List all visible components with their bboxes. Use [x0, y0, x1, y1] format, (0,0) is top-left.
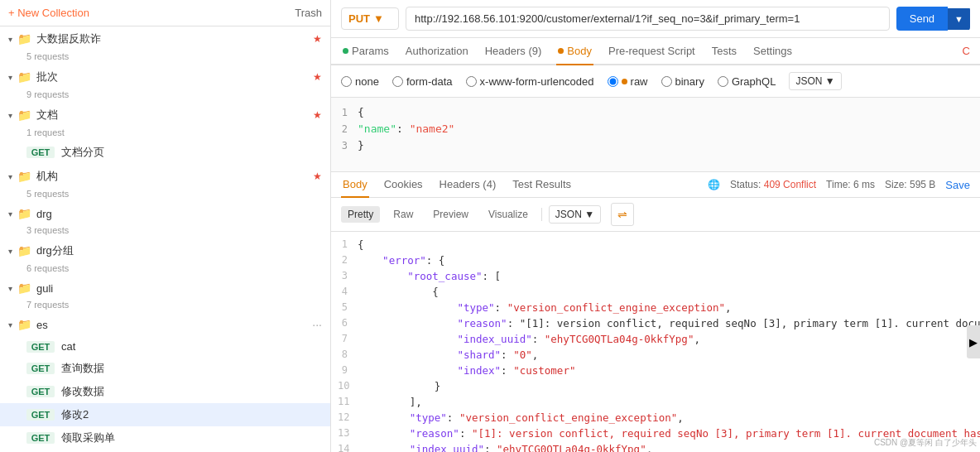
collection-group: ▾ 📁 guli 7 requests — [0, 276, 330, 313]
res-line-number: 7 — [331, 331, 358, 347]
collection-header[interactable]: ▾ 📁 drg分组 — [0, 238, 330, 263]
fmt-raw-button[interactable]: Raw — [387, 206, 420, 223]
trash-button[interactable]: Trash — [295, 7, 322, 19]
response-format-bar: Pretty Raw Preview Visualize JSON ▼ ⇌ — [331, 198, 980, 232]
res-line-number: 1 — [331, 237, 358, 252]
response-json-button[interactable]: JSON ▼ — [549, 205, 601, 224]
radio-binary[interactable]: binary — [661, 75, 704, 88]
request-item[interactable]: GET 修改数据 — [0, 380, 330, 403]
collection-group: ▾ 📁 批次 ★ 9 requests — [0, 65, 330, 103]
line-content: "name": "name2" — [358, 121, 454, 137]
collection-header[interactable]: ▾ 📁 批次 ★ — [0, 65, 330, 89]
request-item[interactable]: GET 领取采购单 — [0, 426, 330, 450]
status-value: 409 Conflict — [764, 179, 816, 190]
res-line-number: 5 — [331, 300, 358, 315]
collection-name: 大数据反欺诈 — [36, 31, 308, 46]
request-name: 查询数据 — [61, 361, 104, 376]
res-line-number: 14 — [331, 441, 359, 452]
request-item[interactable]: GET 修改2 — [0, 403, 330, 426]
res-line-number: 13 — [331, 426, 359, 441]
code-line: 2 "name": "name2" — [331, 121, 980, 137]
size-label: Size: 595 B — [885, 179, 935, 190]
sidebar-content: ▾ 📁 大数据反欺诈 ★ 5 requests ▾ 📁 批次 ★ 9 reque… — [0, 26, 330, 452]
send-dropdown-button[interactable]: ▼ — [948, 8, 970, 30]
req-tab-authorization[interactable]: Authorization — [404, 38, 470, 65]
main-panel: PUT ▼ Send ▼ ParamsAuthorizationHeaders … — [331, 0, 980, 452]
req-tab-params[interactable]: Params — [341, 38, 391, 65]
radio-graphql[interactable]: GraphQL — [718, 75, 776, 88]
radio-urlencoded[interactable]: x-www-form-urlencoded — [466, 75, 594, 88]
res-code-line: 5 "type": "version_conflict_engine_excep… — [331, 300, 980, 315]
res-code-line: 12 "type": "version_conflict_engine_exce… — [331, 410, 980, 426]
req-tab-pre-request-script[interactable]: Pre-request Script — [607, 38, 697, 65]
method-badge: GET — [26, 147, 55, 158]
res-line-content: "type": "version_conflict_engine_excepti… — [359, 410, 980, 426]
fmt-preview-button[interactable]: Preview — [426, 206, 475, 223]
fmt-pretty-button[interactable]: Pretty — [341, 206, 380, 223]
send-main-button[interactable]: Send — [896, 7, 948, 31]
request-count: 5 requests — [0, 189, 330, 202]
req-tab-tests[interactable]: Tests — [710, 38, 738, 65]
res-line-number: 4 — [331, 284, 358, 300]
res-tab-test-results[interactable]: Test Results — [511, 172, 573, 198]
res-code-line: 4 { — [331, 284, 980, 300]
folder-icon: 📁 — [17, 70, 31, 84]
req-tab-settings[interactable]: Settings — [752, 38, 794, 65]
collection-header[interactable]: ▾ 📁 guli — [0, 276, 330, 300]
request-name: 领取采购单 — [61, 430, 115, 445]
collection-header[interactable]: ▾ 📁 大数据反欺诈 ★ — [0, 26, 330, 51]
collection-header[interactable]: ▾ 📁 drg — [0, 202, 330, 225]
save-response-button[interactable]: Save — [945, 179, 970, 191]
status-label: Status: 409 Conflict — [730, 179, 816, 190]
request-count: 3 requests — [0, 225, 330, 238]
collection-group: ▾ 📁 drg 3 requests — [0, 202, 330, 238]
more-icon[interactable]: ··· — [312, 318, 322, 331]
request-item[interactable]: GET 查询数据 — [0, 357, 330, 380]
res-line-number: 2 — [331, 252, 358, 268]
res-line-number: 8 — [331, 347, 358, 363]
method-select[interactable]: PUT ▼ — [341, 7, 399, 30]
chevron-icon: ▾ — [8, 35, 12, 44]
new-collection-button[interactable]: + New Collection — [8, 7, 89, 19]
collection-header[interactable]: ▾ 📁 es ··· — [0, 313, 330, 336]
watermark: CSDN @夏等闲 白了少年头 — [874, 437, 977, 449]
line-content: { — [358, 104, 364, 121]
chevron-icon: ▾ — [8, 172, 12, 181]
response-body-viewer: 1{2 "error": {3 "root_cause": [4 {5 "typ… — [331, 232, 980, 452]
collection-header[interactable]: ▾ 📁 文档 ★ — [0, 103, 330, 127]
line-number: 2 — [331, 121, 358, 137]
json-format-button[interactable]: JSON ▼ — [789, 72, 841, 90]
res-code-line: 7 "index_uuid": "ehyTCG0QTLa04g-0kkfYpg"… — [331, 331, 980, 347]
collection-header[interactable]: ▾ 📁 机构 ★ — [0, 164, 330, 189]
res-code-line: 3 "root_cause": [ — [331, 268, 980, 284]
collection-name: 批次 — [36, 70, 308, 84]
res-tab-body[interactable]: Body — [341, 172, 369, 198]
res-line-number: 9 — [331, 363, 358, 378]
expand-arrow[interactable]: ▶ — [967, 325, 980, 358]
res-tab-headers[interactable]: Headers (4) — [438, 172, 498, 198]
res-line-content: "error": { — [358, 252, 980, 268]
globe-icon: 🌐 — [708, 179, 720, 190]
res-code-line: 8 "shard": "0", — [331, 347, 980, 363]
res-code-line: 1{ — [331, 237, 980, 252]
res-code-line: 2 "error": { — [331, 252, 980, 268]
res-tab-cookies[interactable]: Cookies — [382, 172, 425, 198]
wrap-button[interactable]: ⇌ — [611, 203, 634, 226]
collection-name: guli — [36, 282, 322, 295]
radio-none[interactable]: none — [341, 75, 379, 88]
folder-icon: 📁 — [17, 281, 31, 295]
url-input[interactable] — [406, 7, 890, 31]
cancel-link[interactable]: C — [963, 45, 970, 57]
res-line-content: { — [358, 237, 980, 252]
req-tab-headers--9-[interactable]: Headers (9) — [483, 38, 544, 65]
request-count: 6 requests — [0, 263, 330, 276]
request-item[interactable]: GET 文档分页 — [0, 141, 330, 164]
fmt-visualize-button[interactable]: Visualize — [482, 206, 535, 223]
request-name: cat — [61, 340, 75, 353]
request-item[interactable]: GET cat — [0, 336, 330, 357]
method-badge: GET — [26, 409, 55, 421]
req-tab-body[interactable]: Body — [556, 38, 593, 65]
radio-form-data[interactable]: form-data — [392, 75, 453, 88]
radio-raw[interactable]: raw — [608, 75, 648, 88]
folder-icon: 📁 — [17, 108, 31, 122]
